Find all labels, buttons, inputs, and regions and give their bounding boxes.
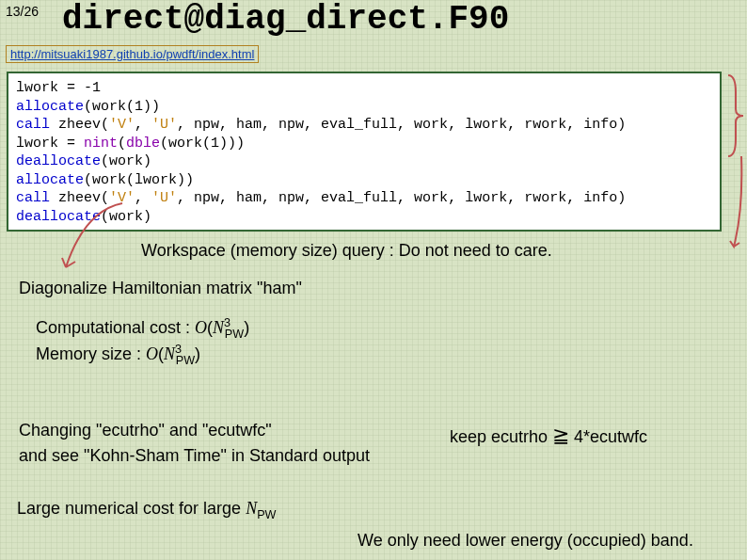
page-title: direct@diag_direct.F90 [62,0,509,39]
keep-condition: keep ecutrho ≧ 4*ecutwfc [450,424,647,448]
page-number: 13/26 [6,4,39,19]
only-need-note: We only need lower energy (occupied) ban… [358,531,693,551]
computational-cost: Computational cost : O(N3PW) [36,316,249,341]
large-cost-note: Large numerical cost for large NPW [17,499,276,521]
diagonalize-annotation: Diagonalize Hamiltonian matrix "ham" [19,279,302,298]
code-line: allocate(work(lwork)) [16,171,712,190]
memory-size: Memory size : O(N3PW) [36,343,200,367]
code-line: lwork = nint(dble(work(1))) [16,135,712,153]
brace-icon [726,73,745,158]
arrow-workspace-icon [724,154,745,254]
workspace-annotation: Workspace (memory size) query : Do not n… [141,241,552,261]
code-line: call zheev('V', 'U', npw, ham, npw, eval… [16,116,712,135]
source-url[interactable]: http://mitsuaki1987.github.io/pwdft/inde… [6,45,259,63]
code-line: deallocate(work) [16,152,712,171]
arrow-diag-icon [56,201,141,277]
code-line: allocate(work(1)) [16,98,712,117]
code-line: lwork = -1 [16,79,712,98]
changing-instruction: Changing "ecutrho" and "ecutwfc" and see… [19,418,395,469]
